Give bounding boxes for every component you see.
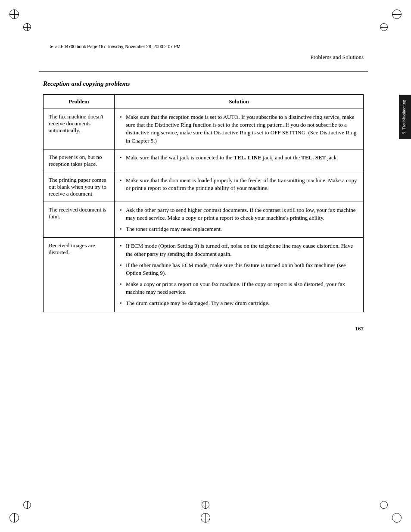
table-row: Received images are distorted. If ECM mo… bbox=[44, 238, 364, 312]
file-info: all-F04700.book Page 167 Tuesday, Novemb… bbox=[55, 44, 181, 49]
side-tab: 9. Trouble-shooting bbox=[399, 95, 411, 139]
list-item: The drum cartridge may be damaged. Try a… bbox=[120, 299, 358, 307]
list-item: The toner cartridge may need replacement… bbox=[120, 225, 358, 233]
col-header-problem: Problem bbox=[44, 95, 115, 109]
page-container: 9. Trouble-shooting ➤ all-F04700.book Pa… bbox=[0, 0, 411, 532]
bold-tel-line: TEL. LINE bbox=[234, 154, 262, 161]
list-item: Ask the other party to send higher contr… bbox=[120, 206, 358, 222]
problem-cell: The fax machine doesn't receive document… bbox=[44, 109, 115, 149]
solution-list: Make sure that the document is loaded pr… bbox=[120, 177, 358, 192]
reg-mark-bottom-left bbox=[8, 511, 21, 524]
problem-text: The received document is faint. bbox=[49, 206, 106, 220]
list-item: If the other machine has ECM mode, make … bbox=[120, 261, 358, 277]
solution-cell: Make sure that the document is loaded pr… bbox=[115, 172, 364, 202]
problem-text: The fax machine doesn't receive document… bbox=[49, 113, 103, 134]
list-item: Make sure that the document is loaded pr… bbox=[120, 177, 358, 192]
problem-text: Received images are distorted. bbox=[49, 242, 95, 255]
problem-cell: The printing paper comes out blank when … bbox=[44, 172, 115, 202]
tick-bottom-right bbox=[377, 498, 390, 511]
solution-cell: If ECM mode (Option Setting 9) is turned… bbox=[115, 238, 364, 312]
list-item: Make sure that the reception mode is set… bbox=[120, 113, 358, 145]
header-text: Problems and Solutions bbox=[310, 54, 364, 60]
table-row: The power is on, but no reception takes … bbox=[44, 149, 364, 172]
tick-top-left bbox=[21, 21, 34, 34]
tick-top-right bbox=[377, 21, 390, 34]
page-number: 167 bbox=[39, 325, 368, 332]
solution-cell: Make sure that the reception mode is set… bbox=[115, 109, 364, 149]
table-row: The received document is faint. Ask the … bbox=[44, 202, 364, 238]
reg-mark-bottom-right bbox=[390, 511, 403, 524]
list-item: If ECM mode (Option Setting 9) is turned… bbox=[120, 242, 358, 258]
reg-mark-bottom-center bbox=[199, 511, 212, 524]
problem-cell: Received images are distorted. bbox=[44, 238, 115, 312]
arrow-icon: ➤ bbox=[50, 44, 53, 50]
problem-text: The power is on, but no reception takes … bbox=[49, 154, 102, 167]
col-header-solution: Solution bbox=[115, 95, 364, 109]
problem-text: The printing paper comes out blank when … bbox=[49, 177, 106, 197]
reg-mark-top-right bbox=[390, 8, 403, 21]
list-item: Make sure that the wall jack is connecte… bbox=[120, 154, 358, 162]
reg-mark-top-left bbox=[8, 8, 21, 21]
page-header: Problems and Solutions bbox=[39, 54, 368, 61]
problem-cell: The power is on, but no reception takes … bbox=[44, 149, 115, 172]
header-rule bbox=[39, 71, 368, 72]
solution-cell: Ask the other party to send higher contr… bbox=[115, 202, 364, 238]
tick-bottom-left bbox=[21, 498, 34, 511]
solution-list: Make sure that the wall jack is connecte… bbox=[120, 154, 358, 162]
solution-list: Make sure that the reception mode is set… bbox=[120, 113, 358, 145]
section-title: Reception and copying problems bbox=[43, 80, 368, 87]
table-row: The printing paper comes out blank when … bbox=[44, 172, 364, 202]
list-item: Make a copy or print a report on your fa… bbox=[120, 280, 358, 296]
solution-list: Ask the other party to send higher contr… bbox=[120, 206, 358, 233]
bold-tel-set: TEL. SET bbox=[301, 154, 326, 161]
solution-list: If ECM mode (Option Setting 9) is turned… bbox=[120, 242, 358, 307]
solution-cell: Make sure that the wall jack is connecte… bbox=[115, 149, 364, 172]
table-row: The fax machine doesn't receive document… bbox=[44, 109, 364, 149]
content-area: Problems and Solutions Reception and cop… bbox=[39, 54, 368, 332]
problem-cell: The received document is faint. bbox=[44, 202, 115, 238]
problems-table: Problem Solution The fax machine doesn't… bbox=[43, 94, 364, 312]
reg-mark-bottom-center-inner bbox=[199, 498, 212, 511]
